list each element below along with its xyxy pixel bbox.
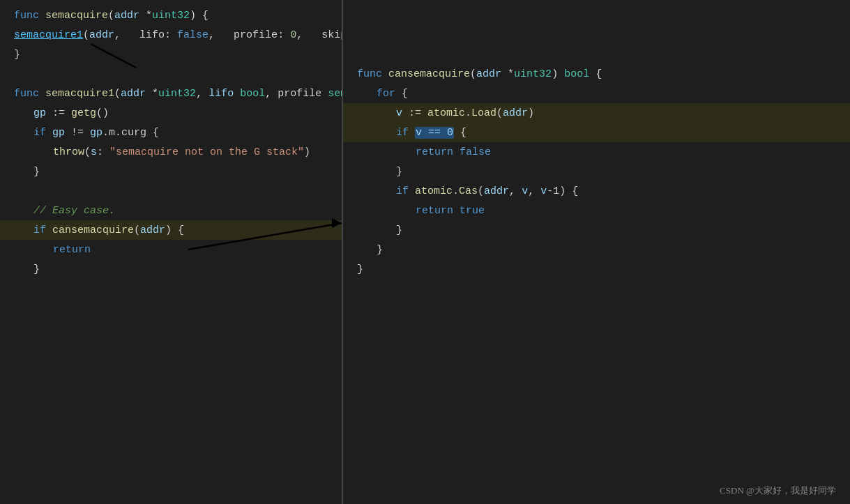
code-token: != xyxy=(65,127,90,139)
code-line: } xyxy=(0,45,342,64)
code-token: "semacquire not on the G stack" xyxy=(109,146,304,158)
code-token xyxy=(409,127,415,139)
code-token: * xyxy=(146,88,158,100)
code-token: , xyxy=(528,185,540,197)
code-token: // Easy case. xyxy=(33,205,115,217)
code-token: ) { xyxy=(190,10,208,22)
code-token: ) xyxy=(528,107,534,119)
code-token: false xyxy=(177,29,208,41)
code-token: addr xyxy=(89,29,114,41)
code-token: func xyxy=(14,88,39,100)
code-line: if gp != gp.m.curg { xyxy=(0,123,342,142)
code-token: bool xyxy=(564,68,589,80)
code-line: return true xyxy=(343,201,850,220)
split-container: func semacquire(addr *uint32) {semacquir… xyxy=(0,0,850,504)
code-token: if xyxy=(396,185,409,197)
code-token: ( xyxy=(134,224,140,236)
code-token: Cas xyxy=(459,185,478,197)
code-token: func xyxy=(14,10,39,22)
code-token: ( xyxy=(478,185,484,197)
code-token: ( xyxy=(108,10,114,22)
code-token: addr xyxy=(484,185,509,197)
code-token: if xyxy=(33,127,46,139)
code-token: -1) { xyxy=(547,185,578,197)
code-line: if cansemacquire(addr) { xyxy=(0,220,342,240)
code-token: false xyxy=(460,146,491,158)
code-token: cansemacquire xyxy=(388,68,470,80)
right-code-area: func cansemacquire(addr *uint32) bool {f… xyxy=(343,0,850,284)
code-token: ( xyxy=(114,88,121,100)
code-token: semacquire1 xyxy=(14,29,83,41)
code-line: func semacquire(addr *uint32) { xyxy=(0,6,342,25)
code-token: getg xyxy=(71,107,96,119)
code-token: } xyxy=(33,166,40,178)
highlight-span: v == 0 xyxy=(415,127,454,139)
code-token: } xyxy=(396,224,402,236)
code-token: } xyxy=(14,49,20,61)
code-token: { xyxy=(454,127,466,139)
watermark: CSDN @大家好，我是好同学 xyxy=(720,484,836,497)
code-token: , xyxy=(196,88,208,100)
code-token: semacquire1 xyxy=(45,88,114,100)
code-line: func semacquire1(addr *uint32, lifo bool… xyxy=(0,84,342,103)
code-token: addr xyxy=(503,107,528,119)
code-token: } xyxy=(357,264,363,275)
code-token: , profile: xyxy=(208,29,290,41)
code-token: * xyxy=(139,10,152,22)
code-token: func xyxy=(357,68,382,80)
code-token: gp xyxy=(33,107,46,119)
code-line: } xyxy=(0,162,342,181)
left-code-area: func semacquire(addr *uint32) {semacquir… xyxy=(0,0,342,284)
code-token: return xyxy=(416,146,453,158)
code-line: if v == 0 { xyxy=(343,123,850,142)
code-token: addr xyxy=(140,224,165,236)
code-token: lifo: xyxy=(139,29,177,41)
code-token: Load xyxy=(471,107,496,119)
code-token: : xyxy=(97,146,109,158)
code-token: . xyxy=(465,107,471,119)
code-line xyxy=(343,25,850,45)
code-token: lifo xyxy=(208,88,234,100)
code-token: gp xyxy=(90,127,103,139)
code-token xyxy=(46,127,52,139)
code-token: v xyxy=(522,185,528,197)
code-line xyxy=(343,6,850,25)
code-token: () xyxy=(96,107,109,119)
code-token xyxy=(39,10,45,22)
code-token: ) xyxy=(552,68,564,80)
code-token: uint32 xyxy=(152,10,190,22)
code-line xyxy=(343,45,850,64)
code-token: atomic xyxy=(427,107,465,119)
code-line: throw(s: "semacquire not on the G stack"… xyxy=(0,142,342,162)
code-line: semacquire1(addr, lifo: false, profile: … xyxy=(0,25,342,45)
code-token: cansemacquire xyxy=(52,224,134,236)
code-token: 0 xyxy=(290,29,296,41)
code-token: return xyxy=(416,205,453,217)
code-token: addr xyxy=(121,88,146,100)
code-line: } xyxy=(343,240,850,259)
code-line: } xyxy=(343,220,850,240)
code-line: } xyxy=(0,259,342,279)
code-token: .m.curg { xyxy=(103,127,159,139)
code-token: semaProfileFlags xyxy=(328,88,342,100)
code-token: := xyxy=(402,107,427,119)
code-token xyxy=(382,68,388,80)
code-token: ) { xyxy=(165,224,184,236)
code-token: * xyxy=(501,68,514,80)
code-token: true xyxy=(460,205,485,217)
code-line: v := atomic.Load(addr) xyxy=(343,103,850,123)
code-token: s xyxy=(91,146,97,158)
code-token: , xyxy=(114,29,139,41)
code-token: } xyxy=(396,166,402,178)
code-token: uint32 xyxy=(158,88,196,100)
code-line: if atomic.Cas(addr, v, v-1) { xyxy=(343,181,850,201)
code-token: throw xyxy=(53,146,84,158)
code-token: , skipframes: xyxy=(296,29,342,41)
code-token: uint32 xyxy=(514,68,552,80)
code-line: // Easy case. xyxy=(0,201,342,220)
code-token: ( xyxy=(84,146,91,158)
code-token: addr xyxy=(114,10,139,22)
code-token: atomic xyxy=(415,185,453,197)
code-line xyxy=(0,64,342,84)
code-token xyxy=(39,88,45,100)
